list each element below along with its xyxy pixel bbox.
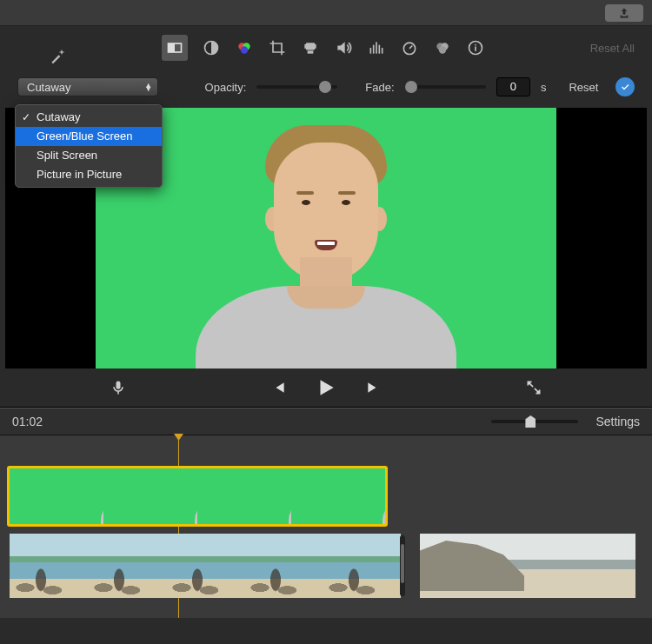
overlay-icon[interactable] — [162, 35, 188, 61]
clip-upper-selected[interactable] — [7, 466, 388, 527]
share-button[interactable] — [605, 4, 643, 22]
option-label: Green/Blue Screen — [37, 129, 133, 143]
prev-button[interactable] — [269, 379, 287, 396]
svg-rect-12 — [376, 42, 377, 53]
overlay-mode-option[interactable]: Green/Blue Screen — [16, 127, 162, 146]
opacity-label: Opacity: — [205, 81, 247, 94]
inspector-toolbar: Reset All — [0, 26, 652, 70]
checkmark-icon: ✓ — [22, 110, 30, 125]
svg-rect-11 — [373, 45, 375, 54]
volume-icon[interactable] — [334, 38, 353, 57]
svg-point-18 — [439, 46, 446, 53]
play-button[interactable] — [315, 376, 337, 399]
clip-thumb-beach — [10, 534, 88, 598]
svg-rect-6 — [306, 43, 315, 50]
fade-seconds-field[interactable]: 0 — [496, 77, 530, 96]
overlay-mode-option[interactable]: Picture in Picture — [16, 165, 162, 184]
timeline-ruler[interactable] — [0, 444, 652, 461]
overlay-mode-option[interactable]: Split Screen — [16, 146, 162, 165]
reset-button[interactable]: Reset — [569, 81, 598, 94]
color-balance-icon[interactable] — [202, 38, 221, 57]
clip-thumb-beach — [88, 534, 166, 598]
svg-rect-13 — [379, 45, 381, 54]
playback-bar — [0, 368, 652, 407]
checkmark-icon — [620, 82, 630, 92]
timecode: 01:02 — [12, 415, 43, 428]
svg-point-15 — [403, 43, 415, 54]
svg-rect-10 — [370, 48, 372, 54]
settings-button[interactable]: Settings — [595, 415, 640, 428]
preview-person — [196, 286, 456, 368]
overlay-mode-dropdown[interactable]: Cutaway ▲▼ — [17, 77, 158, 96]
svg-rect-8 — [314, 44, 316, 49]
overlay-mode-option[interactable]: ✓Cutaway — [16, 108, 162, 127]
option-label: Split Screen — [37, 149, 97, 162]
info-icon[interactable] — [466, 38, 485, 57]
option-label: Picture in Picture — [37, 168, 122, 181]
reset-all-button[interactable]: Reset All — [590, 42, 635, 55]
clip-media[interactable] — [417, 531, 638, 601]
svg-point-5 — [241, 46, 248, 53]
svg-rect-14 — [382, 48, 383, 54]
titlebar — [0, 0, 652, 26]
chevron-updown-icon: ▲▼ — [144, 83, 152, 90]
zoom-slider[interactable] — [491, 420, 578, 423]
opacity-slider[interactable] — [256, 85, 337, 89]
clip-thumb-beach — [323, 534, 401, 598]
speed-icon[interactable] — [400, 38, 419, 57]
timeline-header: 01:02 Settings — [0, 408, 652, 435]
fullscreen-icon[interactable] — [525, 379, 542, 396]
clip-thumb-coast — [420, 534, 635, 598]
svg-rect-1 — [169, 43, 176, 52]
apply-check-button[interactable] — [615, 77, 635, 96]
clip-thumb-greenscreen — [103, 468, 197, 524]
preview-frame — [96, 108, 556, 368]
microphone-icon[interactable] — [110, 379, 127, 396]
dropdown-selected-label: Cutaway — [27, 81, 71, 94]
stabilize-icon[interactable] — [301, 38, 320, 57]
svg-rect-7 — [304, 44, 307, 49]
fade-slider[interactable] — [405, 85, 486, 89]
timeline[interactable] — [0, 435, 652, 618]
clip-thumb-greenscreen — [197, 468, 291, 524]
overlay-mode-menu[interactable]: ✓CutawayGreen/Blue ScreenSplit ScreenPic… — [15, 104, 163, 188]
effects-icon[interactable] — [433, 38, 452, 57]
eq-icon[interactable] — [367, 38, 386, 57]
clip-thumb-greenscreen — [10, 468, 103, 524]
clip-thumb-beach — [244, 534, 323, 598]
clip-scrollbar[interactable] — [400, 535, 405, 596]
overlay-adjust-row: Cutaway ▲▼ Opacity: Fade: 0 s Reset — [0, 70, 652, 104]
fade-label: Fade: — [365, 81, 394, 94]
share-icon — [618, 7, 630, 19]
clip-lower[interactable] — [7, 531, 403, 601]
next-button[interactable] — [365, 379, 383, 396]
svg-rect-20 — [116, 382, 121, 389]
seconds-unit: s — [541, 81, 547, 94]
crop-icon[interactable] — [268, 38, 287, 57]
color-wheel-icon[interactable] — [235, 38, 254, 57]
svg-rect-9 — [308, 50, 314, 53]
option-label: Cutaway — [37, 110, 81, 123]
clip-thumb-beach — [166, 534, 244, 598]
wand-icon[interactable] — [48, 47, 67, 66]
clip-thumb-greenscreen — [291, 468, 385, 524]
